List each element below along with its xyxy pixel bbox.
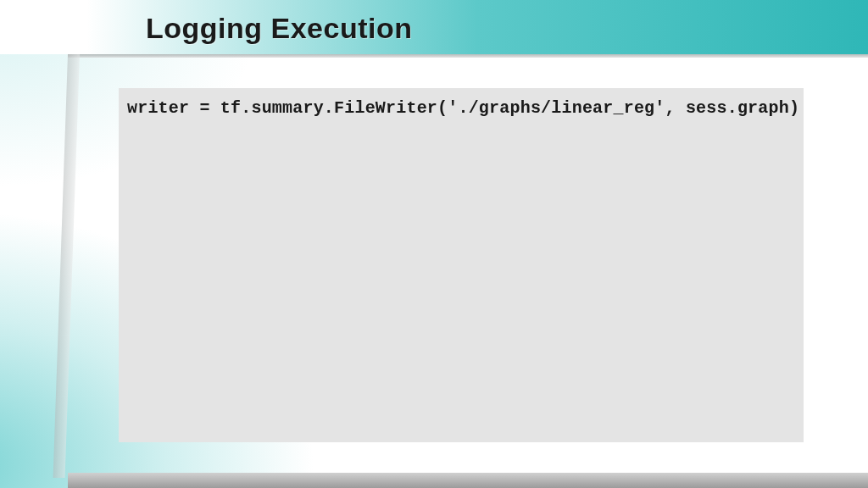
page-title: Logging Execution xyxy=(146,12,412,45)
header-bar xyxy=(0,0,868,54)
bottom-bar xyxy=(68,473,868,488)
code-line: writer = tf.summary.FileWriter('./graphs… xyxy=(127,98,795,118)
slide: Logging Execution writer = tf.summary.Fi… xyxy=(0,0,868,488)
code-panel: writer = tf.summary.FileWriter('./graphs… xyxy=(119,88,804,442)
